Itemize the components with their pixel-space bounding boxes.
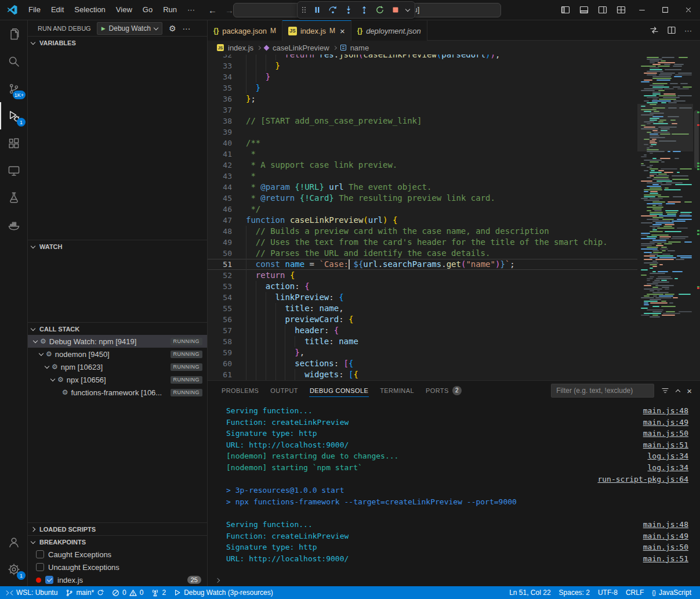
- maximize-panel-icon[interactable]: [676, 389, 680, 394]
- menu-edit[interactable]: Edit: [46, 2, 69, 17]
- console-source-link[interactable]: main.js:49: [643, 417, 688, 428]
- breadcrumb-item[interactable]: name: [350, 44, 369, 52]
- menu-run[interactable]: Run: [158, 2, 182, 17]
- activity-bar-item-accounts[interactable]: [0, 528, 27, 555]
- go-forward-button[interactable]: →: [225, 5, 234, 15]
- activity-bar-item-testing[interactable]: [0, 184, 27, 211]
- eol-item[interactable]: CRLF: [622, 586, 648, 599]
- call-stack-session[interactable]: ⚙npx [10656]RUNNING: [28, 373, 207, 386]
- step-over-button[interactable]: [325, 2, 340, 17]
- toggle-secondary-sidebar-icon[interactable]: [593, 0, 612, 20]
- git-branch-item[interactable]: main*: [61, 586, 108, 599]
- activity-bar-item-source-control[interactable]: 1K+: [0, 75, 27, 102]
- section-header-variables[interactable]: VARIABLES: [28, 36, 207, 49]
- ports-item[interactable]: 2: [147, 586, 170, 599]
- breakpoint-row[interactable]: index.js25: [28, 573, 207, 586]
- minimize-button[interactable]: [630, 0, 654, 20]
- start-debugging-icon[interactable]: ▶: [101, 26, 106, 31]
- activity-bar-item-explorer[interactable]: [0, 20, 27, 48]
- panel-tab-problems[interactable]: PROBLEMS: [216, 381, 264, 400]
- section-header-call-stack[interactable]: CALL STACK: [28, 322, 207, 335]
- debug-config-dropdown[interactable]: ▶ Debug Watch: [97, 22, 162, 35]
- console-source-link[interactable]: main.js:48: [643, 519, 688, 531]
- activity-bar-item-docker[interactable]: [0, 211, 27, 239]
- activity-bar-item-search[interactable]: [0, 48, 27, 75]
- call-stack-session[interactable]: ⚙functions-framework [106...RUNNING: [28, 386, 207, 399]
- console-source-link[interactable]: main.js:51: [643, 439, 688, 451]
- language-mode-item[interactable]: {} JavaScript: [648, 586, 695, 599]
- activity-bar-item-settings[interactable]: 1: [0, 555, 27, 583]
- console-filter-input[interactable]: [551, 384, 654, 398]
- section-header-breakpoints[interactable]: BREAKPOINTS: [28, 535, 207, 548]
- panel-tab-debug-console[interactable]: DEBUG CONSOLE: [304, 381, 374, 400]
- section-header-watch[interactable]: WATCH: [28, 240, 207, 252]
- breakpoint-checkbox[interactable]: [36, 550, 44, 558]
- tab-index.js[interactable]: JSindex.jsM×: [282, 20, 351, 41]
- tab-deployment.json[interactable]: {}deployment.json: [351, 20, 427, 41]
- console-source-link[interactable]: log.js:34: [648, 450, 688, 462]
- minimap[interactable]: [637, 55, 693, 380]
- console-source-link[interactable]: main.js:50: [643, 542, 688, 553]
- activity-bar-item-run-and-debug[interactable]: 1: [0, 102, 27, 129]
- restart-button[interactable]: [372, 2, 387, 17]
- editor-more-actions-icon[interactable]: ···: [684, 26, 692, 35]
- activity-bar-item-remote-explorer[interactable]: [0, 157, 27, 184]
- section-header-loaded-scripts[interactable]: LOADED SCRIPTS: [28, 522, 207, 535]
- debug-status-item[interactable]: Debug Watch (3p-resources): [170, 586, 277, 599]
- step-into-button[interactable]: [341, 2, 356, 17]
- debug-session-dropdown-chevron-icon[interactable]: [404, 2, 412, 17]
- console-source-link[interactable]: main.js:48: [643, 405, 688, 417]
- console-source-link[interactable]: run-script-pkg.js:64: [597, 474, 688, 485]
- call-stack-session[interactable]: ⚙nodemon [9450]RUNNING: [28, 348, 207, 360]
- activity-bar-item-extensions[interactable]: [0, 129, 27, 157]
- step-out-button[interactable]: [357, 2, 371, 17]
- console-source-link[interactable]: main.js:50: [643, 428, 688, 439]
- debug-gear-icon[interactable]: ⚙: [169, 24, 176, 33]
- breakpoint-checkbox[interactable]: [45, 576, 53, 584]
- encoding-item[interactable]: UTF-8: [594, 586, 622, 599]
- panel-tab-terminal[interactable]: TERMINAL: [374, 381, 420, 400]
- filter-icon[interactable]: [661, 387, 669, 395]
- indentation-item[interactable]: Spaces: 2: [555, 586, 594, 599]
- close-button[interactable]: [677, 0, 700, 20]
- call-stack-session[interactable]: ⚙Debug Watch: npm [9419]RUNNING: [28, 335, 207, 348]
- close-panel-icon[interactable]: ×: [687, 386, 692, 396]
- breadcrumb-item[interactable]: index.js: [228, 44, 253, 52]
- open-changes-icon[interactable]: [650, 26, 659, 35]
- remote-indicator[interactable]: WSL: Ubuntu: [0, 586, 61, 599]
- menu-overflow[interactable]: ···: [182, 2, 200, 17]
- split-editor-icon[interactable]: [667, 26, 676, 35]
- call-stack-session[interactable]: ⚙npm [10623]RUNNING: [28, 360, 207, 373]
- sidebar-more-actions-icon[interactable]: ···: [182, 24, 190, 33]
- breakpoint-row[interactable]: Uncaught Exceptions: [28, 561, 207, 573]
- maximize-button[interactable]: [654, 0, 677, 20]
- stop-button[interactable]: [388, 2, 402, 17]
- menu-file[interactable]: File: [23, 2, 46, 17]
- breadcrumb-item[interactable]: caseLinkPreview: [273, 44, 329, 52]
- console-source-link[interactable]: log.js:34: [648, 462, 688, 474]
- code-editor[interactable]: 32 return res.json(caseLinkPreview(parse…: [208, 55, 700, 380]
- breakpoint-checkbox[interactable]: [36, 563, 44, 571]
- go-back-button[interactable]: ←: [208, 5, 217, 15]
- scrollbar-thumb[interactable]: [694, 110, 699, 168]
- toggle-primary-sidebar-icon[interactable]: [556, 0, 575, 20]
- console-source-link[interactable]: main.js:51: [643, 553, 688, 565]
- cursor-position-item[interactable]: Ln 51, Col 22: [503, 586, 554, 599]
- problems-item[interactable]: 0 0: [108, 586, 147, 599]
- minimap-slider[interactable]: [637, 104, 693, 151]
- menu-view[interactable]: View: [111, 2, 137, 17]
- panel-tab-ports[interactable]: PORTS2: [420, 381, 467, 400]
- customize-layout-icon[interactable]: [612, 0, 630, 20]
- toggle-panel-icon[interactable]: [575, 0, 593, 20]
- menu-selection[interactable]: Selection: [69, 2, 110, 17]
- console-source-link[interactable]: main.js:49: [643, 531, 688, 542]
- pause-button[interactable]: [310, 2, 324, 17]
- overview-ruler[interactable]: [693, 55, 700, 380]
- menu-go[interactable]: Go: [137, 2, 158, 17]
- tab-package.json[interactable]: {}package.jsonM: [208, 20, 282, 41]
- panel-tab-output[interactable]: OUTPUT: [264, 381, 304, 400]
- debug-console-input[interactable]: [208, 575, 700, 586]
- drag-handle-icon[interactable]: [302, 6, 307, 14]
- breakpoint-row[interactable]: Caught Exceptions: [28, 548, 207, 561]
- close-tab-icon[interactable]: ×: [340, 27, 345, 35]
